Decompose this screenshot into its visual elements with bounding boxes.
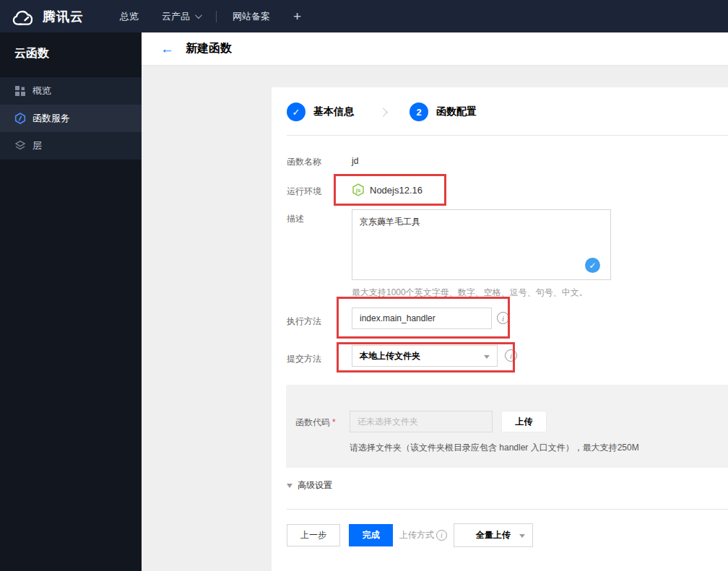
submit-method-info-icon[interactable]: i — [505, 349, 517, 362]
previous-step-button[interactable]: 上一步 — [287, 524, 340, 546]
divider — [287, 509, 728, 510]
nodejs-icon: js — [352, 183, 365, 196]
upload-mode-value: 全量上传 — [476, 529, 511, 541]
description-hint: 最大支持1000个英文字母、数字、空格、逗号、句号、中文。 — [352, 287, 588, 299]
brand-name: 腾讯云 — [43, 8, 84, 25]
function-name-value: jd — [352, 156, 358, 166]
step2-number: 2 — [410, 103, 428, 121]
step-indicator: ✓ 基本信息 2 函数配置 — [287, 103, 477, 121]
upload-button[interactable]: 上传 — [501, 411, 547, 432]
runtime-label: 运行环境 — [287, 186, 321, 198]
sidebar-item-layers[interactable]: 层 — [0, 132, 142, 160]
back-arrow-icon[interactable]: ← — [160, 42, 174, 56]
valid-check-badge: ✓ — [585, 258, 600, 273]
triangle-down-icon — [287, 484, 292, 488]
select-caret-icon — [484, 355, 490, 359]
chevron-down-icon — [195, 12, 202, 19]
function-code-hint: 请选择文件夹（该文件夹根目录应包含 handler 入口文件），最大支持250M — [350, 442, 639, 454]
page-header: ← 新建函数 — [142, 32, 728, 66]
step1-label: 基本信息 — [313, 105, 354, 118]
step-chevron-icon — [378, 108, 388, 117]
sidebar-item-function-service[interactable]: 函数服务 — [0, 105, 142, 132]
dashboard-grid-icon — [14, 85, 26, 97]
step2-label: 函数配置 — [436, 105, 477, 118]
description-textarea[interactable]: 京东薅羊毛工具 — [352, 209, 611, 280]
sidebar-item-label: 层 — [32, 139, 42, 152]
annotation-box-runtime: js Nodejs12.16 — [334, 174, 446, 206]
sidebar-item-label: 概览 — [32, 84, 51, 97]
required-asterisk: * — [332, 417, 336, 427]
function-code-section: 函数代码* 上传 请选择文件夹（该文件夹根目录应包含 handler 入口文件）… — [286, 385, 728, 468]
upload-mode-info-icon[interactable]: i — [436, 530, 447, 541]
handler-label: 执行方法 — [287, 315, 321, 328]
submit-method-label: 提交方法 — [287, 353, 321, 365]
handler-info-icon[interactable]: i — [497, 312, 509, 324]
upload-mode-select[interactable]: 全量上传 — [454, 523, 533, 547]
page-title: 新建函数 — [186, 41, 232, 56]
top-nav: 腾讯云 总览 云产品 网站备案 + — [0, 0, 728, 32]
sidebar: 云函数 概览 函数服务 — [0, 32, 142, 571]
description-label: 描述 — [287, 213, 304, 225]
submit-method-select[interactable]: 本地上传文件夹 — [352, 345, 498, 367]
scf-hexagon-icon — [14, 113, 26, 124]
nav-item-beian[interactable]: 网站备案 — [221, 0, 282, 32]
nav-divider — [216, 11, 217, 22]
nav-item-products[interactable]: 云产品 — [150, 0, 212, 32]
svg-text:js: js — [355, 187, 361, 193]
step1-check-icon: ✓ — [287, 103, 306, 121]
function-code-label: 函数代码* — [295, 417, 336, 429]
content-area: ✓ 基本信息 2 函数配置 函数名称 jd 运行环境 js Nodejs12.1… — [142, 66, 728, 571]
tencent-cloud-logo[interactable]: 腾讯云 — [0, 7, 84, 26]
top-nav-items: 总览 云产品 网站备案 + — [108, 0, 313, 32]
cloud-logo-icon — [10, 7, 36, 26]
submit-method-value: 本地上传文件夹 — [360, 350, 420, 362]
folder-path-input[interactable] — [350, 411, 493, 432]
nav-item-overview[interactable]: 总览 — [108, 0, 150, 32]
add-tab-button[interactable]: + — [282, 9, 313, 25]
layers-icon — [14, 140, 26, 152]
advanced-settings-label: 高级设置 — [298, 479, 332, 492]
handler-input[interactable] — [352, 308, 492, 329]
function-name-label: 函数名称 — [287, 156, 321, 168]
finish-button[interactable]: 完成 — [349, 524, 393, 546]
sidebar-title: 云函数 — [0, 32, 142, 61]
sidebar-item-overview[interactable]: 概览 — [0, 77, 142, 105]
upload-mode-label: 上传方式 i — [399, 529, 447, 541]
divider — [287, 135, 728, 136]
advanced-settings-toggle[interactable]: 高级设置 — [287, 479, 332, 492]
new-function-card: ✓ 基本信息 2 函数配置 函数名称 jd 运行环境 js Nodejs12.1… — [272, 87, 728, 571]
select-caret-icon — [519, 534, 525, 538]
sidebar-item-label: 函数服务 — [32, 112, 70, 125]
sidebar-menu: 概览 函数服务 层 — [0, 77, 142, 160]
runtime-value: Nodejs12.16 — [370, 185, 422, 196]
